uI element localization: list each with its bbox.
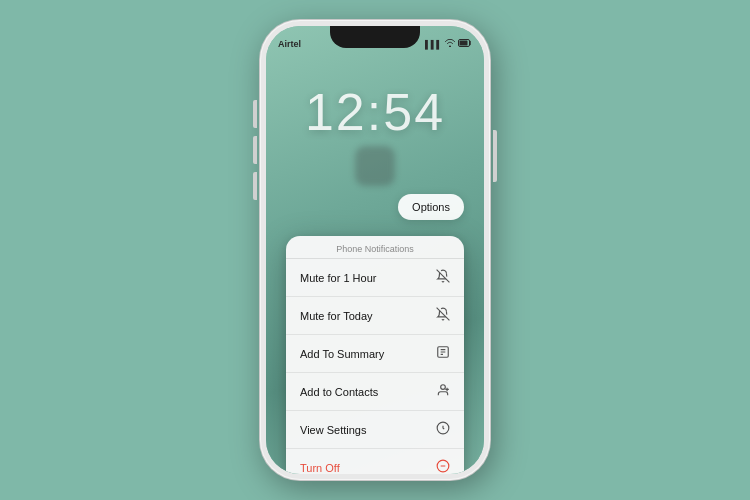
mute-today-item[interactable]: Mute for Today	[286, 297, 464, 335]
view-settings-label: View Settings	[300, 424, 366, 436]
add-to-summary-item[interactable]: Add To Summary	[286, 335, 464, 373]
add-to-contacts-item[interactable]: Add to Contacts	[286, 373, 464, 411]
mute-1hr-icon	[436, 269, 450, 286]
mute-1hr-label: Mute for 1 Hour	[300, 272, 376, 284]
svg-rect-1	[460, 41, 468, 46]
app-icon-blurred	[355, 146, 395, 186]
options-button[interactable]: Options	[398, 194, 464, 220]
turn-off-item[interactable]: Turn Off	[286, 449, 464, 474]
lock-clock: 12:54	[266, 86, 484, 138]
phone-screen: Airtel ▌▌▌	[266, 26, 484, 474]
notch	[330, 26, 420, 48]
view-settings-item[interactable]: View Settings	[286, 411, 464, 449]
add-to-summary-label: Add To Summary	[300, 348, 384, 360]
phone-frame: Airtel ▌▌▌	[260, 20, 490, 480]
status-icons: ▌▌▌	[425, 39, 472, 49]
mute-1hr-item[interactable]: Mute for 1 Hour	[286, 259, 464, 297]
svg-point-8	[441, 385, 446, 390]
mute-today-label: Mute for Today	[300, 310, 373, 322]
clock-time: 12:54	[266, 86, 484, 138]
menu-header: Phone Notifications	[286, 236, 464, 259]
silent-switch[interactable]	[253, 172, 257, 200]
turn-off-icon	[436, 459, 450, 474]
add-to-contacts-icon	[436, 383, 450, 400]
battery-icon	[458, 39, 472, 49]
power-button[interactable]	[493, 130, 497, 182]
add-to-contacts-label: Add to Contacts	[300, 386, 378, 398]
volume-up-button[interactable]	[253, 100, 257, 128]
wifi-icon	[445, 39, 455, 49]
signal-icon: ▌▌▌	[425, 40, 442, 49]
svg-line-3	[437, 308, 450, 321]
notification-context-menu: Phone Notifications Mute for 1 Hour Mute…	[286, 236, 464, 474]
add-to-summary-icon	[436, 345, 450, 362]
turn-off-label: Turn Off	[300, 462, 340, 474]
volume-down-button[interactable]	[253, 136, 257, 164]
view-settings-icon	[436, 421, 450, 438]
carrier-label: Airtel	[278, 39, 301, 49]
mute-today-icon	[436, 307, 450, 324]
svg-line-2	[437, 270, 450, 283]
